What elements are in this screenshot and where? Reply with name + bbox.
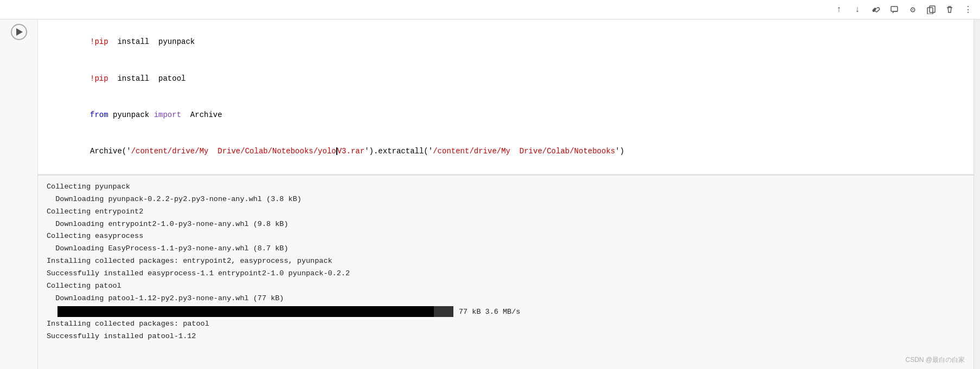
trash-icon[interactable] <box>942 2 957 17</box>
output-line-successfully-installed-patool: Successfully installed patool-1.12 <box>47 331 965 343</box>
progress-label: 77 kB 3.6 MB/s <box>459 308 520 316</box>
more-options-icon[interactable]: ⋮ <box>960 2 976 17</box>
cell-gutter <box>0 20 38 369</box>
output-line-installing-patool: Installing collected packages: patool <box>47 318 965 331</box>
output-line-collecting-easyprocess: Collecting easyprocess <box>47 230 965 243</box>
link-icon[interactable] <box>868 2 883 17</box>
code-extractall: extractall <box>378 147 424 156</box>
copy-icon[interactable] <box>924 2 939 17</box>
code-line-1: !pip install pyunpack <box>44 24 967 60</box>
code-area[interactable]: !pip install pyunpack !pip install patoo… <box>38 20 973 174</box>
watermark: CSDN @最白の白家 <box>905 355 965 365</box>
svg-rect-1 <box>930 6 935 12</box>
cell-content: !pip install pyunpack !pip install patoo… <box>38 20 973 369</box>
code-archive-import: Archive <box>181 111 222 119</box>
output-line-successfully-installed-pyunpack: Successfully installed easyprocess-1.1 e… <box>47 268 965 280</box>
run-button[interactable] <box>11 24 27 40</box>
code-import: import <box>154 111 181 119</box>
code-path1: /content/drive/My Drive/Colab/Notebooks/… <box>131 147 364 156</box>
svg-rect-0 <box>891 7 898 11</box>
text-cursor <box>336 147 337 155</box>
output-line-downloading-entrypoint2: Downloading entrypoint2-1.0-py3-none-any… <box>47 218 965 231</box>
output-line-collecting-patool: Collecting patool <box>47 280 965 293</box>
code-archive-call: Archive <box>90 147 122 156</box>
play-icon <box>16 28 23 36</box>
code-open-paren-2: (' <box>424 147 433 156</box>
settings-icon[interactable]: ⚙ <box>905 2 920 17</box>
code-pyunpack: pyunpack <box>108 111 154 119</box>
code-close-2: ') <box>615 147 624 156</box>
output-line-installing-collected: Installing collected packages: entrypoin… <box>47 255 965 268</box>
code-pip-1: !pip <box>90 37 108 46</box>
code-text-1: install pyunpack <box>108 37 195 46</box>
comment-icon[interactable] <box>887 2 902 17</box>
output-line-collecting-pyunpack: Collecting pyunpack <box>47 181 965 193</box>
output-line-collecting-entrypoint2: Collecting entrypoint2 <box>47 206 965 218</box>
output-area: Collecting pyunpack Downloading pyunpack… <box>38 174 973 369</box>
notebook-cell: ↑ ↓ ⚙ ⋮ <box>0 0 980 369</box>
cell-toolbar: ↑ ↓ ⚙ ⋮ <box>0 0 980 20</box>
code-from: from <box>90 111 108 119</box>
code-pip-2: !pip <box>90 74 108 83</box>
progress-bar-container: 77 kB 3.6 MB/s <box>47 306 965 317</box>
arrow-down-icon[interactable]: ↓ <box>850 2 865 17</box>
code-line-2: !pip install patool <box>44 60 967 96</box>
cell-main: !pip install pyunpack !pip install patoo… <box>0 20 980 369</box>
right-panel <box>973 20 980 369</box>
progress-bar <box>57 306 453 317</box>
code-close-1: '). <box>364 147 378 156</box>
code-text-2: install patool <box>108 74 186 83</box>
output-line-downloading-easyprocess: Downloading EasyProcess-1.1-py3-none-any… <box>47 243 965 255</box>
code-line-3: from pyunpack import Archive <box>44 96 967 133</box>
code-path2: /content/drive/My Drive/Colab/Notebooks <box>433 147 615 156</box>
code-line-4: Archive('/content/drive/My Drive/Colab/N… <box>44 133 967 170</box>
arrow-up-icon[interactable]: ↑ <box>831 2 847 17</box>
output-line-downloading-pyunpack: Downloading pyunpack-0.2.2-py2.py3-none-… <box>47 193 965 206</box>
svg-rect-2 <box>927 8 933 14</box>
output-line-downloading-patool: Downloading patool-1.12-py2.py3-none-any… <box>47 293 965 305</box>
code-open-paren: (' <box>122 147 131 156</box>
